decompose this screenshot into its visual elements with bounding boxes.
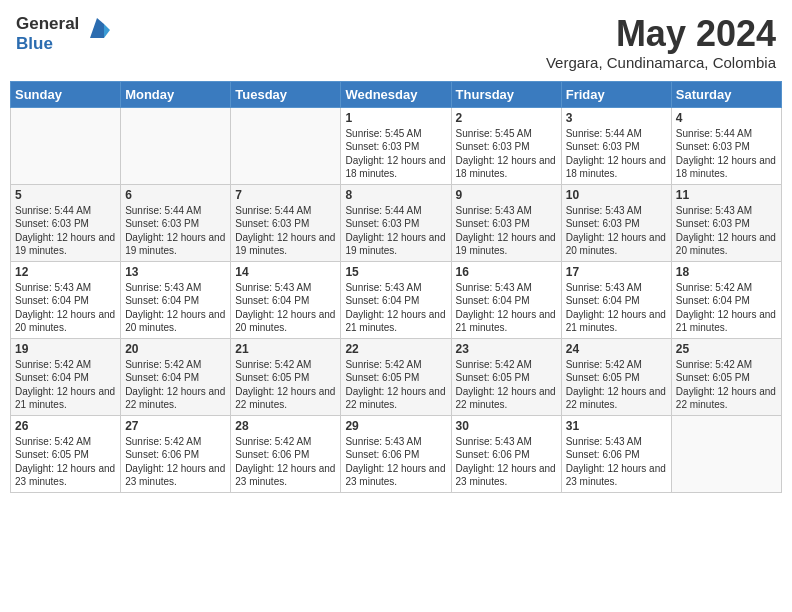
day-number: 17 bbox=[566, 265, 667, 279]
calendar-cell: 27Sunrise: 5:42 AM Sunset: 6:06 PM Dayli… bbox=[121, 415, 231, 492]
day-info: Sunrise: 5:44 AM Sunset: 6:03 PM Dayligh… bbox=[676, 127, 777, 181]
day-number: 8 bbox=[345, 188, 446, 202]
calendar-cell bbox=[671, 415, 781, 492]
day-number: 24 bbox=[566, 342, 667, 356]
day-number: 28 bbox=[235, 419, 336, 433]
day-number: 4 bbox=[676, 111, 777, 125]
day-number: 11 bbox=[676, 188, 777, 202]
svg-marker-0 bbox=[90, 18, 104, 38]
calendar-cell: 7Sunrise: 5:44 AM Sunset: 6:03 PM Daylig… bbox=[231, 184, 341, 261]
weekday-header-row: SundayMondayTuesdayWednesdayThursdayFrid… bbox=[11, 81, 782, 107]
day-info: Sunrise: 5:43 AM Sunset: 6:06 PM Dayligh… bbox=[566, 435, 667, 489]
day-number: 30 bbox=[456, 419, 557, 433]
weekday-header-wednesday: Wednesday bbox=[341, 81, 451, 107]
day-info: Sunrise: 5:43 AM Sunset: 6:04 PM Dayligh… bbox=[125, 281, 226, 335]
day-number: 6 bbox=[125, 188, 226, 202]
calendar-cell: 31Sunrise: 5:43 AM Sunset: 6:06 PM Dayli… bbox=[561, 415, 671, 492]
calendar-week-row: 1Sunrise: 5:45 AM Sunset: 6:03 PM Daylig… bbox=[11, 107, 782, 184]
weekday-header-friday: Friday bbox=[561, 81, 671, 107]
day-info: Sunrise: 5:42 AM Sunset: 6:05 PM Dayligh… bbox=[456, 358, 557, 412]
day-number: 3 bbox=[566, 111, 667, 125]
day-number: 10 bbox=[566, 188, 667, 202]
day-info: Sunrise: 5:45 AM Sunset: 6:03 PM Dayligh… bbox=[456, 127, 557, 181]
day-number: 14 bbox=[235, 265, 336, 279]
day-info: Sunrise: 5:43 AM Sunset: 6:03 PM Dayligh… bbox=[676, 204, 777, 258]
day-info: Sunrise: 5:43 AM Sunset: 6:04 PM Dayligh… bbox=[15, 281, 116, 335]
calendar-cell: 19Sunrise: 5:42 AM Sunset: 6:04 PM Dayli… bbox=[11, 338, 121, 415]
day-number: 18 bbox=[676, 265, 777, 279]
day-info: Sunrise: 5:42 AM Sunset: 6:04 PM Dayligh… bbox=[15, 358, 116, 412]
calendar-cell: 24Sunrise: 5:42 AM Sunset: 6:05 PM Dayli… bbox=[561, 338, 671, 415]
calendar-week-row: 26Sunrise: 5:42 AM Sunset: 6:05 PM Dayli… bbox=[11, 415, 782, 492]
calendar-week-row: 5Sunrise: 5:44 AM Sunset: 6:03 PM Daylig… bbox=[11, 184, 782, 261]
day-number: 26 bbox=[15, 419, 116, 433]
page-header: General Blue May 2024 Vergara, Cundinama… bbox=[10, 10, 782, 75]
logo-text-general: General bbox=[16, 14, 79, 34]
calendar-cell: 17Sunrise: 5:43 AM Sunset: 6:04 PM Dayli… bbox=[561, 261, 671, 338]
calendar-cell: 13Sunrise: 5:43 AM Sunset: 6:04 PM Dayli… bbox=[121, 261, 231, 338]
day-number: 31 bbox=[566, 419, 667, 433]
weekday-header-monday: Monday bbox=[121, 81, 231, 107]
calendar-cell bbox=[231, 107, 341, 184]
calendar-cell: 30Sunrise: 5:43 AM Sunset: 6:06 PM Dayli… bbox=[451, 415, 561, 492]
calendar-cell: 12Sunrise: 5:43 AM Sunset: 6:04 PM Dayli… bbox=[11, 261, 121, 338]
calendar-cell bbox=[121, 107, 231, 184]
calendar-cell: 6Sunrise: 5:44 AM Sunset: 6:03 PM Daylig… bbox=[121, 184, 231, 261]
day-info: Sunrise: 5:42 AM Sunset: 6:05 PM Dayligh… bbox=[566, 358, 667, 412]
day-info: Sunrise: 5:44 AM Sunset: 6:03 PM Dayligh… bbox=[345, 204, 446, 258]
calendar-cell: 9Sunrise: 5:43 AM Sunset: 6:03 PM Daylig… bbox=[451, 184, 561, 261]
calendar-cell: 14Sunrise: 5:43 AM Sunset: 6:04 PM Dayli… bbox=[231, 261, 341, 338]
weekday-header-sunday: Sunday bbox=[11, 81, 121, 107]
calendar-cell: 25Sunrise: 5:42 AM Sunset: 6:05 PM Dayli… bbox=[671, 338, 781, 415]
day-number: 25 bbox=[676, 342, 777, 356]
day-number: 20 bbox=[125, 342, 226, 356]
svg-marker-1 bbox=[104, 24, 110, 38]
day-info: Sunrise: 5:42 AM Sunset: 6:05 PM Dayligh… bbox=[15, 435, 116, 489]
calendar-cell: 10Sunrise: 5:43 AM Sunset: 6:03 PM Dayli… bbox=[561, 184, 671, 261]
calendar-cell: 20Sunrise: 5:42 AM Sunset: 6:04 PM Dayli… bbox=[121, 338, 231, 415]
day-number: 22 bbox=[345, 342, 446, 356]
calendar-cell: 2Sunrise: 5:45 AM Sunset: 6:03 PM Daylig… bbox=[451, 107, 561, 184]
month-title: May 2024 bbox=[546, 14, 776, 54]
day-info: Sunrise: 5:42 AM Sunset: 6:06 PM Dayligh… bbox=[125, 435, 226, 489]
calendar-week-row: 19Sunrise: 5:42 AM Sunset: 6:04 PM Dayli… bbox=[11, 338, 782, 415]
calendar-cell: 4Sunrise: 5:44 AM Sunset: 6:03 PM Daylig… bbox=[671, 107, 781, 184]
day-number: 27 bbox=[125, 419, 226, 433]
calendar-cell: 5Sunrise: 5:44 AM Sunset: 6:03 PM Daylig… bbox=[11, 184, 121, 261]
location-subtitle: Vergara, Cundinamarca, Colombia bbox=[546, 54, 776, 71]
calendar-cell: 22Sunrise: 5:42 AM Sunset: 6:05 PM Dayli… bbox=[341, 338, 451, 415]
day-info: Sunrise: 5:43 AM Sunset: 6:03 PM Dayligh… bbox=[566, 204, 667, 258]
weekday-header-tuesday: Tuesday bbox=[231, 81, 341, 107]
day-number: 12 bbox=[15, 265, 116, 279]
calendar-week-row: 12Sunrise: 5:43 AM Sunset: 6:04 PM Dayli… bbox=[11, 261, 782, 338]
calendar-cell: 11Sunrise: 5:43 AM Sunset: 6:03 PM Dayli… bbox=[671, 184, 781, 261]
calendar-cell: 18Sunrise: 5:42 AM Sunset: 6:04 PM Dayli… bbox=[671, 261, 781, 338]
day-info: Sunrise: 5:44 AM Sunset: 6:03 PM Dayligh… bbox=[235, 204, 336, 258]
weekday-header-thursday: Thursday bbox=[451, 81, 561, 107]
logo: General Blue bbox=[16, 14, 112, 54]
title-block: May 2024 Vergara, Cundinamarca, Colombia bbox=[546, 14, 776, 71]
logo-text-blue: Blue bbox=[16, 34, 79, 54]
calendar-cell: 8Sunrise: 5:44 AM Sunset: 6:03 PM Daylig… bbox=[341, 184, 451, 261]
day-info: Sunrise: 5:43 AM Sunset: 6:04 PM Dayligh… bbox=[566, 281, 667, 335]
calendar-cell bbox=[11, 107, 121, 184]
day-info: Sunrise: 5:42 AM Sunset: 6:04 PM Dayligh… bbox=[125, 358, 226, 412]
day-info: Sunrise: 5:43 AM Sunset: 6:06 PM Dayligh… bbox=[456, 435, 557, 489]
calendar-cell: 23Sunrise: 5:42 AM Sunset: 6:05 PM Dayli… bbox=[451, 338, 561, 415]
calendar-cell: 29Sunrise: 5:43 AM Sunset: 6:06 PM Dayli… bbox=[341, 415, 451, 492]
day-info: Sunrise: 5:43 AM Sunset: 6:03 PM Dayligh… bbox=[456, 204, 557, 258]
day-number: 5 bbox=[15, 188, 116, 202]
day-info: Sunrise: 5:42 AM Sunset: 6:04 PM Dayligh… bbox=[676, 281, 777, 335]
calendar-table: SundayMondayTuesdayWednesdayThursdayFrid… bbox=[10, 81, 782, 493]
day-info: Sunrise: 5:42 AM Sunset: 6:05 PM Dayligh… bbox=[345, 358, 446, 412]
calendar-cell: 3Sunrise: 5:44 AM Sunset: 6:03 PM Daylig… bbox=[561, 107, 671, 184]
day-number: 23 bbox=[456, 342, 557, 356]
calendar-cell: 1Sunrise: 5:45 AM Sunset: 6:03 PM Daylig… bbox=[341, 107, 451, 184]
day-info: Sunrise: 5:42 AM Sunset: 6:06 PM Dayligh… bbox=[235, 435, 336, 489]
day-info: Sunrise: 5:43 AM Sunset: 6:04 PM Dayligh… bbox=[456, 281, 557, 335]
logo-icon bbox=[82, 16, 112, 46]
day-info: Sunrise: 5:44 AM Sunset: 6:03 PM Dayligh… bbox=[125, 204, 226, 258]
calendar-cell: 26Sunrise: 5:42 AM Sunset: 6:05 PM Dayli… bbox=[11, 415, 121, 492]
day-info: Sunrise: 5:43 AM Sunset: 6:04 PM Dayligh… bbox=[345, 281, 446, 335]
day-number: 7 bbox=[235, 188, 336, 202]
